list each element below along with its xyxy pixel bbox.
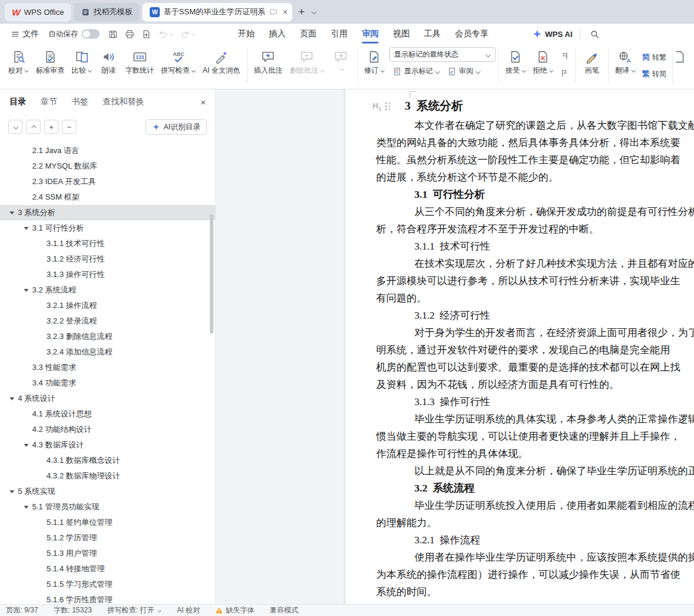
doc-line[interactable]: 3.2 系统流程	[414, 480, 694, 497]
doc-line[interactable]: 性能。虽然分析系统这一阶段性工作主要是确定功能，但它却影响着	[376, 151, 694, 169]
save-button[interactable]	[106, 26, 120, 42]
doc-line[interactable]: 系统的时间。	[376, 583, 694, 601]
toc-item[interactable]: 3 系统分析	[0, 205, 215, 220]
collapse-all-button[interactable]	[8, 120, 23, 134]
toc-item[interactable]: 3.1 可行性分析	[0, 220, 215, 236]
page-indicator[interactable]: 页面: 9/37	[6, 605, 38, 615]
ai-proofread-button[interactable]: AI 校对	[177, 605, 200, 615]
file-menu-button[interactable]: 文件	[7, 29, 42, 39]
drag-handle-icon[interactable]	[385, 102, 391, 110]
toc-item[interactable]: 3.2.4 添加信息流程	[0, 344, 215, 360]
menu-insert[interactable]: 插入	[265, 24, 290, 44]
autosave-toggle[interactable]	[82, 29, 100, 39]
review-pane-button[interactable]: 审阅	[444, 64, 484, 79]
expand-arrow-icon[interactable]	[24, 444, 29, 447]
menu-review[interactable]: 审阅	[358, 24, 383, 44]
toc-item[interactable]: 5.1.2 学历管理	[0, 530, 215, 546]
panel-tab-bookmarks[interactable]: 书签	[72, 97, 88, 107]
doc-line[interactable]: 及资料，因为不花钱，所以经济方面是具有可行性的。	[376, 376, 694, 393]
track-changes-button[interactable]: 修订	[361, 47, 388, 76]
panel-tab-find-replace[interactable]: 查找和替换	[103, 97, 144, 107]
redo-button[interactable]	[178, 26, 198, 42]
ai-polish-button[interactable]: AI 全文润色	[199, 47, 244, 76]
ink-pen-button[interactable]: 画笔	[579, 47, 605, 76]
toc-item[interactable]: 4 系统设计	[0, 391, 215, 406]
docer-template-tab[interactable]: 找稻壳模板	[74, 3, 140, 21]
clipped-ribbon-button[interactable]	[676, 47, 687, 66]
menu-page[interactable]: 页面	[296, 24, 321, 44]
traditional-to-simplified-button[interactable]: 繁 转简	[639, 66, 670, 82]
undo-button[interactable]	[156, 26, 176, 42]
doc-line[interactable]: 以上就是从不同的角度来分析，确保了毕业生学历证明系统的正	[414, 462, 694, 480]
toc-item[interactable]: 5.1.6 学历性质管理	[0, 592, 215, 604]
expand-arrow-icon[interactable]	[24, 227, 29, 230]
proofread-button[interactable]: 校对	[5, 47, 32, 76]
new-tab-button[interactable]: +	[295, 7, 308, 17]
wps-ai-button[interactable]: WPS AI	[532, 29, 572, 39]
comment-nav-button[interactable]	[328, 47, 354, 72]
next-change-button[interactable]	[557, 66, 572, 81]
toc-item[interactable]: 2.4 SSM 框架	[0, 189, 215, 205]
doc-line[interactable]: 类型的网站具备的大致功能，然后具体事务具体分析，得出本系统要	[376, 134, 694, 151]
doc-line[interactable]: 作流程是操作可行性的具体体现。	[376, 445, 694, 462]
doc-line[interactable]: 明系统，通过开发软件对硬件的要求，发现自己的电脑是完全能用	[376, 341, 694, 359]
search-button[interactable]	[587, 26, 602, 42]
menu-home[interactable]: 开始	[234, 24, 259, 44]
doc-line[interactable]: 从三个不同的角度来分析，确保开发成功的前提是有可行性分析	[414, 203, 694, 220]
doc-line[interactable]: 3.2.1 操作流程	[414, 531, 694, 549]
toc-item[interactable]: 2.3 IDEA 开发工具	[0, 174, 215, 189]
doc-line[interactable]: 有问题的。	[376, 290, 694, 307]
expand-arrow-icon[interactable]	[24, 289, 29, 292]
ai-recognize-toc-button[interactable]: AI识别目录	[145, 119, 207, 135]
toc-item[interactable]: 3.2.2 登录流程	[0, 313, 215, 329]
doc-line[interactable]: 3.1.3 操作可行性	[414, 393, 694, 410]
toc-item[interactable]: 4.3 数据库设计	[0, 437, 215, 453]
comment-bubble-icon[interactable]	[269, 8, 278, 17]
doc-line[interactable]: 为本系统的操作流程图）进行操作，可以减少操作失误，从而节省使	[376, 566, 694, 583]
toc-item[interactable]: 3.4 功能需求	[0, 375, 215, 391]
close-panel-icon[interactable]: ×	[200, 97, 206, 107]
accept-button[interactable]: 接受	[502, 47, 529, 76]
sidebar-scrollbar[interactable]	[210, 214, 213, 334]
delete-comment-button[interactable]: 删除批注	[286, 47, 328, 76]
toc-item[interactable]: 5.1.1 签约单位管理	[0, 515, 215, 530]
doc-line[interactable]: 惯当做主要的导航实现，可以让使用者更快速的理解并且上手操作，	[376, 428, 694, 445]
toc-item[interactable]: 2.2 MYSQL 数据库	[0, 158, 215, 174]
spellcheck-status[interactable]: 拼写检查: 打开	[107, 605, 162, 615]
doc-line[interactable]: 在技术实现层次，分析了好几种技术实现方法，并且都有对应的	[414, 255, 694, 272]
menu-membership[interactable]: 会员专享	[451, 24, 492, 44]
show-markup-button[interactable]: 显示标记	[389, 64, 443, 79]
tab-list-chevron-icon[interactable]	[311, 10, 316, 14]
expand-arrow-icon[interactable]	[10, 211, 14, 214]
markup-state-select[interactable]: 显示标记的最终状态	[389, 47, 495, 62]
heading-hover-tools[interactable]: H1	[373, 101, 391, 112]
print-button[interactable]	[122, 26, 137, 42]
doc-line[interactable]: 3 系统分析	[405, 95, 694, 117]
compare-button[interactable]: 比较	[68, 47, 95, 76]
document-tab[interactable]: W 基于SSM的毕业生学历证明系 ×	[142, 3, 292, 21]
doc-line[interactable]: 毕业生学历证明系统的具体实现，本身参考人类的正常操作逻辑	[414, 410, 694, 428]
doc-line[interactable]: 的进展，系统分析这个环节是不能少的。	[376, 169, 694, 186]
toc-item[interactable]: 5.1.3 用户管理	[0, 546, 215, 561]
expand-arrow-icon[interactable]	[10, 490, 14, 493]
menu-view[interactable]: 视图	[389, 24, 414, 44]
doc-line[interactable]: 机房的配置也可以达到要求。最重要的是选择的技术都可以在网上找	[376, 359, 694, 376]
doc-line[interactable]: 析，符合程序开发流程才不至于开发过程的中断。	[376, 220, 694, 238]
doc-line[interactable]: 的理解能力。	[376, 514, 694, 531]
previous-change-button[interactable]	[557, 48, 572, 64]
toc-item[interactable]: 4.3.2 数据库物理设计	[0, 468, 215, 484]
toc-item[interactable]: 5.1.4 转接地管理	[0, 561, 215, 577]
spell-check-button[interactable]: 拼写检查	[157, 47, 199, 76]
word-count-button[interactable]: 字数统计	[122, 47, 157, 76]
panel-tab-toc[interactable]: 目录	[10, 97, 26, 107]
toc-item[interactable]: 3.2.1 操作流程	[0, 298, 215, 313]
menu-reference[interactable]: 引用	[327, 24, 352, 44]
word-count-indicator[interactable]: 字数: 15323	[54, 605, 92, 615]
toc-item[interactable]: 5 系统实现	[0, 484, 215, 499]
toc-item[interactable]: 5.1.5 学习形式管理	[0, 577, 215, 592]
toc-item[interactable]: 3.1.1 技术可行性	[0, 236, 215, 251]
close-tab-icon[interactable]: ×	[283, 8, 287, 16]
doc-line[interactable]: 3.1.1 技术可行性	[414, 238, 694, 255]
toc-item[interactable]: 3.2 系统流程	[0, 282, 215, 298]
toc-item[interactable]: 4.3.1 数据库概念设计	[0, 453, 215, 468]
